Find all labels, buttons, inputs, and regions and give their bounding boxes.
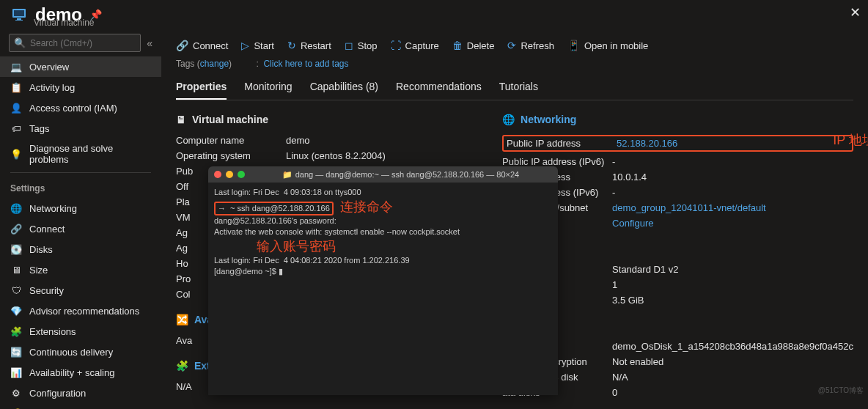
tab-monitoring[interactable]: Monitoring bbox=[244, 75, 292, 100]
sidebar-item-connect[interactable]: 🔗Connect bbox=[0, 218, 161, 239]
tab-capabilities-[interactable]: Capabilities (8) bbox=[310, 75, 378, 100]
refresh-button[interactable]: ⟳Refresh bbox=[507, 40, 554, 51]
sidebar-item-label: Continuous delivery bbox=[29, 347, 113, 358]
svg-rect-2 bbox=[17, 18, 21, 20]
terminal-title: 📁 dang — dang@demo:~ — ssh dang@52.188.2… bbox=[249, 170, 552, 180]
watermark: @51CTO博客 bbox=[818, 386, 864, 396]
max-dot[interactable] bbox=[238, 171, 245, 178]
restart-button[interactable]: ↻Restart bbox=[287, 40, 331, 51]
value: N/A bbox=[612, 372, 853, 383]
annotation-ip: IP 地址 bbox=[833, 131, 868, 149]
separator bbox=[10, 172, 151, 173]
stop-icon: ◻ bbox=[345, 40, 353, 51]
nav-icon: 💡 bbox=[10, 148, 22, 160]
annotation-pwd: 输入账号密码 bbox=[257, 239, 336, 254]
delete-button[interactable]: 🗑Delete bbox=[452, 40, 495, 51]
close-dot[interactable] bbox=[214, 171, 221, 178]
search-wrap: 🔍 « bbox=[0, 34, 161, 56]
table-row: Operating systemLinux (centos 8.2.2004) bbox=[176, 148, 480, 163]
sidebar: 🔍 « 💻Overview📋Activity log👤Access contro… bbox=[0, 29, 161, 409]
sidebar-item-availability-scaling[interactable]: 📊Availability + scaling bbox=[0, 362, 161, 383]
restart-icon: ↻ bbox=[287, 40, 296, 51]
settings-header: Settings bbox=[0, 176, 161, 198]
value[interactable]: Configure bbox=[612, 218, 853, 229]
add-tags-link[interactable]: Click here to add tags bbox=[263, 59, 348, 69]
sidebar-item-label: Connect bbox=[29, 224, 65, 235]
tab-properties[interactable]: Properties bbox=[176, 75, 227, 100]
toolbar: 🔗Connect ▷Start ↻Restart ◻Stop ⛶Capture … bbox=[176, 37, 853, 59]
sidebar-item-size[interactable]: 🖥Size bbox=[0, 259, 161, 280]
sidebar-item-overview[interactable]: 💻Overview bbox=[0, 56, 161, 77]
connect-icon: 🔗 bbox=[176, 40, 188, 51]
refresh-icon: ⟳ bbox=[507, 40, 516, 51]
nav-icon: 📋 bbox=[10, 81, 22, 93]
sidebar-item-advisor-recommendations[interactable]: 💎Advisor recommendations bbox=[0, 301, 161, 321]
nav-icon: 🏷 bbox=[10, 122, 22, 134]
sidebar-item-access-control-iam-[interactable]: 👤Access control (IAM) bbox=[0, 97, 161, 118]
capture-button[interactable]: ⛶Capture bbox=[391, 40, 439, 51]
search-icon: 🔍 bbox=[14, 37, 26, 48]
connect-button[interactable]: 🔗Connect bbox=[176, 40, 228, 51]
stop-button[interactable]: ◻Stop bbox=[345, 40, 378, 51]
network-icon: 🌐 bbox=[502, 114, 515, 125]
value: demo_OsDisk_1_a154208cb36d48a1a988a8e9cf… bbox=[612, 341, 853, 352]
table-row: Public IP address52.188.20.166 bbox=[502, 133, 853, 154]
table-row: Computer namedemo bbox=[176, 133, 480, 148]
nav-icon: 💽 bbox=[10, 243, 22, 255]
networking-head[interactable]: 🌐 Networking bbox=[502, 114, 853, 125]
sidebar-item-disks[interactable]: 💽Disks bbox=[0, 239, 161, 259]
sidebar-item-configuration[interactable]: ⚙Configuration bbox=[0, 383, 161, 403]
sidebar-item-label: Networking bbox=[29, 203, 77, 214]
nav-icon: 🔗 bbox=[10, 223, 22, 235]
label: Computer name bbox=[176, 135, 286, 146]
sidebar-item-label: Tags bbox=[29, 123, 49, 134]
value: Linux (centos 8.2.2004) bbox=[286, 150, 480, 161]
value[interactable]: 52.188.20.166 bbox=[617, 138, 849, 149]
value: Standard D1 v2 bbox=[612, 264, 853, 275]
terminal-titlebar: 📁 dang — dang@demo:~ — ssh dang@52.188.2… bbox=[208, 166, 558, 183]
nav-icon: 🔄 bbox=[10, 346, 22, 358]
value: - bbox=[612, 187, 853, 198]
nav-icon: 📊 bbox=[10, 366, 22, 378]
sidebar-item-activity-log[interactable]: 📋Activity log bbox=[0, 77, 161, 97]
sidebar-item-label: Configuration bbox=[29, 388, 86, 399]
start-button[interactable]: ▷Start bbox=[241, 40, 273, 51]
sidebar-item-extensions[interactable]: 🧩Extensions bbox=[0, 321, 161, 342]
tags-row: Tags (change) : Click here to add tags bbox=[176, 59, 853, 75]
value: 10.0.1.4 bbox=[612, 172, 853, 183]
vm-section-head: 🖥 Virtual machine bbox=[176, 114, 480, 125]
value: 3.5 GiB bbox=[612, 295, 853, 306]
folder-icon: 📁 bbox=[282, 170, 293, 180]
play-icon: ▷ bbox=[241, 40, 249, 51]
sidebar-item-diagnose-and-solve-problems[interactable]: 💡Diagnose and solve problems bbox=[0, 139, 161, 169]
terminal-body[interactable]: Last login: Fri Dec 4 09:03:18 on ttys00… bbox=[208, 183, 558, 281]
vm-icon bbox=[10, 6, 28, 23]
vm-icon: 🖥 bbox=[176, 114, 186, 125]
svg-rect-3 bbox=[15, 20, 23, 21]
tab-tutorials[interactable]: Tutorials bbox=[499, 75, 538, 100]
mobile-button[interactable]: 📱Open in mobile bbox=[567, 40, 648, 51]
sidebar-item-label: Extensions bbox=[29, 326, 76, 337]
header: demo 📌 Virtual machine ✕ bbox=[0, 0, 868, 29]
tab-recommendations[interactable]: Recommendations bbox=[396, 75, 482, 100]
value: demo bbox=[286, 135, 480, 146]
sidebar-item-tags[interactable]: 🏷Tags bbox=[0, 118, 161, 139]
collapse-icon[interactable]: « bbox=[147, 37, 152, 49]
value: - bbox=[612, 156, 853, 167]
value: 1 bbox=[612, 279, 853, 290]
annotation-conn: 连接命令 bbox=[340, 199, 393, 214]
search-box[interactable]: 🔍 bbox=[9, 34, 141, 52]
value[interactable]: demo_group_12041011-vnet/default bbox=[612, 202, 853, 213]
sidebar-item-networking[interactable]: 🌐Networking bbox=[0, 198, 161, 218]
nav-icon: 👤 bbox=[10, 102, 22, 114]
search-input[interactable] bbox=[30, 38, 136, 48]
min-dot[interactable] bbox=[226, 171, 233, 178]
trash-icon: 🗑 bbox=[452, 40, 463, 51]
nav-icon: 🧩 bbox=[10, 325, 22, 337]
sidebar-item-identity[interactable]: 🔑Identity bbox=[0, 403, 161, 409]
sidebar-item-continuous-delivery[interactable]: 🔄Continuous delivery bbox=[0, 342, 161, 362]
sidebar-item-security[interactable]: 🛡Security bbox=[0, 280, 161, 301]
change-tags-link[interactable]: change bbox=[200, 59, 229, 69]
close-icon[interactable]: ✕ bbox=[850, 4, 861, 21]
nav-icon: 💎 bbox=[10, 305, 22, 317]
